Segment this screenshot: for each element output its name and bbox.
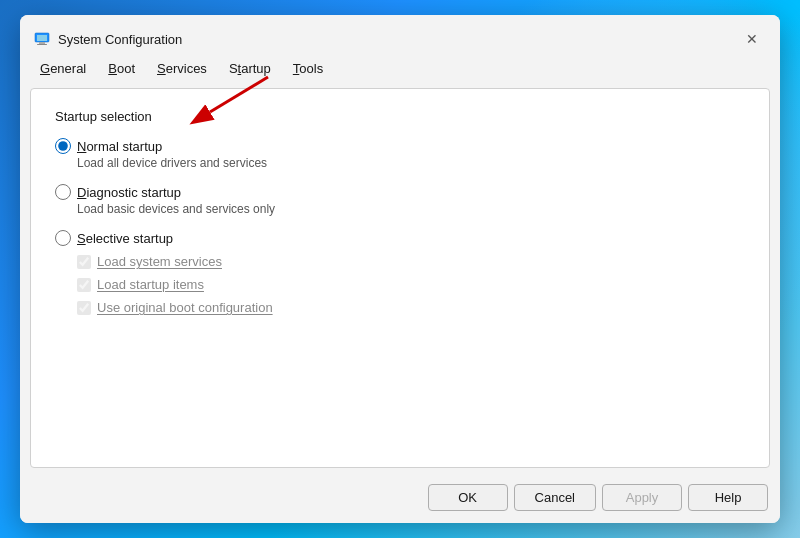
menu-startup[interactable]: Startup bbox=[219, 57, 281, 80]
content-area: Startup selection Normal startup Load al… bbox=[30, 88, 770, 468]
checkbox-group: Load system services Load startup items … bbox=[77, 254, 745, 315]
menu-general[interactable]: General bbox=[30, 57, 96, 80]
button-bar: OK Cancel Apply Help bbox=[20, 476, 780, 523]
title-bar-left: System Configuration bbox=[34, 31, 182, 47]
menu-tools[interactable]: Tools bbox=[283, 57, 333, 80]
radio-option-diagnostic: Diagnostic startup Load basic devices an… bbox=[55, 184, 745, 226]
radio-normal-desc: Load all device drivers and services bbox=[77, 156, 745, 170]
radio-normal-text: Normal startup bbox=[77, 139, 162, 154]
menu-services-label: Services bbox=[157, 61, 207, 76]
radio-normal-label[interactable]: Normal startup bbox=[55, 138, 745, 154]
radio-selective-input[interactable] bbox=[55, 230, 71, 246]
checkbox-load-system-row: Load system services bbox=[77, 254, 745, 269]
checkbox-load-startup-row: Load startup items bbox=[77, 277, 745, 292]
menu-startup-label: Startup bbox=[229, 61, 271, 76]
radio-diagnostic-desc: Load basic devices and services only bbox=[77, 202, 745, 216]
menu-boot-label: Boot bbox=[108, 61, 135, 76]
dialog-icon bbox=[34, 31, 50, 47]
section-label: Startup selection bbox=[55, 109, 745, 124]
radio-group: Normal startup Load all device drivers a… bbox=[55, 138, 745, 319]
menu-tools-label: Tools bbox=[293, 61, 323, 76]
checkbox-use-original-row: Use original boot configuration bbox=[77, 300, 745, 315]
checkbox-load-startup[interactable] bbox=[77, 278, 91, 292]
menu-general-label: General bbox=[40, 61, 86, 76]
radio-diagnostic-label[interactable]: Diagnostic startup bbox=[55, 184, 745, 200]
radio-normal-input[interactable] bbox=[55, 138, 71, 154]
close-button[interactable]: ✕ bbox=[738, 25, 766, 53]
dialog-title: System Configuration bbox=[58, 32, 182, 47]
svg-rect-1 bbox=[37, 35, 47, 41]
system-configuration-dialog: System Configuration ✕ General Boot Serv… bbox=[20, 15, 780, 523]
menu-services[interactable]: Services bbox=[147, 57, 217, 80]
menu-bar: General Boot Services Startup Tools bbox=[20, 53, 780, 80]
ok-button[interactable]: OK bbox=[428, 484, 508, 511]
svg-rect-2 bbox=[39, 42, 45, 44]
checkbox-use-original[interactable] bbox=[77, 301, 91, 315]
title-bar: System Configuration ✕ bbox=[20, 15, 780, 53]
svg-rect-3 bbox=[37, 44, 47, 45]
radio-selective-text: Selective startup bbox=[77, 231, 173, 246]
apply-button[interactable]: Apply bbox=[602, 484, 682, 511]
checkbox-use-original-label: Use original boot configuration bbox=[97, 300, 273, 315]
menu-boot[interactable]: Boot bbox=[98, 57, 145, 80]
radio-diagnostic-input[interactable] bbox=[55, 184, 71, 200]
checkbox-load-system[interactable] bbox=[77, 255, 91, 269]
cancel-button[interactable]: Cancel bbox=[514, 484, 596, 511]
radio-diagnostic-text: Diagnostic startup bbox=[77, 185, 181, 200]
checkbox-load-system-label: Load system services bbox=[97, 254, 222, 269]
help-button[interactable]: Help bbox=[688, 484, 768, 511]
checkbox-load-startup-label: Load startup items bbox=[97, 277, 204, 292]
radio-option-selective: Selective startup Load system services L… bbox=[55, 230, 745, 315]
radio-option-normal: Normal startup Load all device drivers a… bbox=[55, 138, 745, 180]
radio-selective-label[interactable]: Selective startup bbox=[55, 230, 745, 246]
